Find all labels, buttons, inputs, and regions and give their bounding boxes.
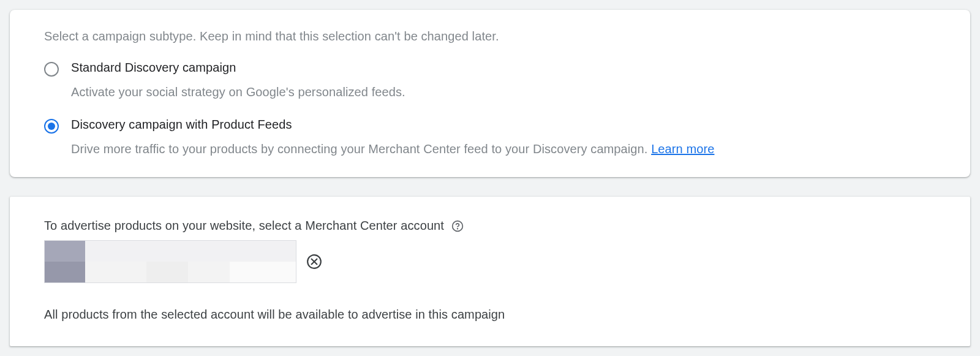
radio-description: Activate your social strategy on Google'…	[71, 83, 936, 100]
radio-title: Standard Discovery campaign	[71, 61, 936, 75]
radio-title: Discovery campaign with Product Feeds	[71, 118, 936, 132]
merchant-center-account-select[interactable]	[44, 240, 296, 283]
subtype-intro-text: Select a campaign subtype. Keep in mind …	[44, 29, 936, 44]
campaign-subtype-card: Select a campaign subtype. Keep in mind …	[10, 10, 970, 177]
merchant-center-label: To advertise products on your website, s…	[44, 219, 444, 233]
radio-unchecked-icon	[44, 62, 59, 77]
merchant-center-card: To advertise products on your website, s…	[10, 197, 970, 346]
radio-checked-icon	[44, 119, 59, 134]
radio-option-discovery-product-feeds[interactable]: Discovery campaign with Product Feeds Dr…	[44, 118, 936, 157]
radio-option-standard-discovery[interactable]: Standard Discovery campaign Activate you…	[44, 61, 936, 100]
radio-description: Drive more traffic to your products by c…	[71, 140, 936, 157]
help-icon[interactable]	[451, 220, 464, 232]
svg-point-1	[458, 228, 458, 229]
learn-more-link[interactable]: Learn more	[651, 142, 714, 156]
clear-selection-icon[interactable]	[306, 254, 322, 270]
merchant-center-note: All products from the selected account w…	[44, 308, 936, 322]
